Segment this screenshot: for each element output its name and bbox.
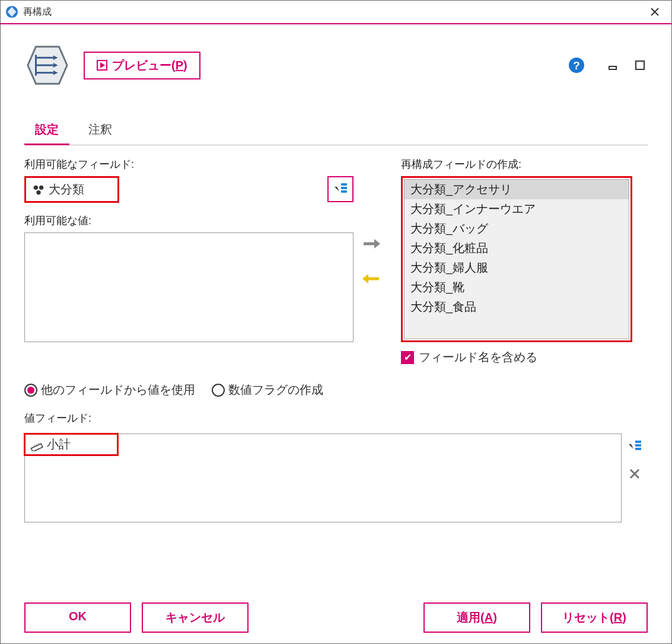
- create-restructure-fields-label: 再構成フィールドの作成:: [401, 157, 632, 171]
- svg-rect-22: [341, 183, 347, 186]
- add-field-button[interactable]: [362, 237, 380, 255]
- help-icon[interactable]: ?: [568, 57, 585, 74]
- radio-use-other-field-label: 他のフィールドから値を使用: [41, 382, 195, 398]
- svg-point-18: [34, 185, 38, 189]
- apply-button[interactable]: 適用(A): [423, 602, 530, 633]
- app-icon: [5, 5, 18, 18]
- available-values-label: 利用可能な値:: [24, 213, 353, 228]
- play-icon: [97, 60, 107, 71]
- svg-rect-29: [31, 444, 43, 451]
- field-picker-icon: [626, 438, 643, 455]
- tab-content: 利用可能なフィールド: 大分類: [1, 145, 671, 528]
- arrow-left-icon: [362, 272, 380, 286]
- svg-rect-34: [635, 441, 641, 443]
- cancel-button[interactable]: キャンセル: [142, 602, 249, 633]
- value-field-remove-button[interactable]: [623, 463, 646, 484]
- svg-rect-16: [609, 66, 616, 69]
- tabs: 設定 注釈: [24, 118, 648, 145]
- restructure-dialog: 再構成 プレビュー(P) ? 設定 注釈 利用可能: [0, 0, 672, 644]
- field-picker-button[interactable]: [327, 176, 353, 202]
- include-field-name-checkbox[interactable]: ✔ フィールド名を含める: [401, 349, 632, 365]
- restructure-field-item[interactable]: 大分類_インナーウエア: [405, 199, 629, 219]
- titlebar: 再構成: [1, 1, 671, 24]
- restructure-field-item[interactable]: 大分類_婦人服: [405, 258, 629, 278]
- svg-point-20: [36, 190, 40, 194]
- restructure-node-icon: [24, 42, 71, 88]
- svg-rect-17: [636, 61, 644, 69]
- restructure-fields-list[interactable]: 大分類_アクセサリ大分類_インナーウエア大分類_バッグ大分類_化粧品大分類_婦人…: [401, 176, 632, 342]
- close-button[interactable]: [643, 0, 667, 24]
- field-picker-icon: [332, 181, 349, 197]
- svg-marker-26: [374, 239, 380, 248]
- svg-point-19: [39, 185, 43, 189]
- value-field-label: 値フィールド:: [24, 411, 648, 425]
- checkmark-icon: ✔: [401, 351, 414, 364]
- svg-marker-21: [335, 187, 339, 192]
- maximize-icon[interactable]: [632, 58, 648, 73]
- svg-marker-28: [362, 274, 368, 283]
- reset-button[interactable]: リセット(R): [541, 602, 648, 633]
- svg-rect-35: [635, 444, 641, 447]
- available-field-value: 大分類: [49, 181, 84, 197]
- tab-settings[interactable]: 設定: [24, 118, 69, 145]
- restructure-field-item[interactable]: 大分類_アクセサリ: [405, 180, 629, 199]
- preview-label: プレビュー(P): [112, 58, 187, 74]
- available-values-list[interactable]: [24, 232, 353, 342]
- arrow-right-icon: [362, 237, 380, 251]
- radio-numeric-flag-label: 数値フラグの作成: [228, 382, 323, 398]
- remove-field-button[interactable]: [362, 272, 380, 290]
- radio-numeric-flag[interactable]: [212, 384, 225, 397]
- value-field-item[interactable]: 小計: [24, 433, 119, 456]
- value-field-value: 小計: [47, 436, 71, 452]
- svg-marker-33: [629, 444, 633, 449]
- restructure-field-item[interactable]: 大分類_化粧品: [405, 238, 629, 258]
- close-icon: [650, 7, 660, 17]
- button-bar: OK キャンセル 適用(A) リセット(R): [1, 602, 671, 633]
- nominal-type-icon: [32, 183, 45, 196]
- radio-use-other-field[interactable]: [24, 384, 37, 397]
- toolbar: プレビュー(P) ?: [1, 24, 671, 94]
- ok-button[interactable]: OK: [24, 602, 131, 633]
- svg-rect-36: [635, 448, 641, 450]
- remove-x-icon: [629, 468, 641, 480]
- restructure-field-item[interactable]: 大分類_食品: [405, 297, 629, 317]
- svg-marker-13: [100, 62, 105, 68]
- restructure-field-item[interactable]: 大分類_靴: [405, 278, 629, 297]
- available-field-select[interactable]: 大分類: [24, 176, 119, 203]
- svg-rect-24: [341, 190, 347, 193]
- value-field-picker-button[interactable]: [623, 436, 646, 457]
- continuous-type-icon: [30, 438, 43, 451]
- svg-text:?: ?: [573, 59, 580, 72]
- include-field-name-label: フィールド名を含める: [419, 349, 537, 365]
- tab-annotation[interactable]: 注釈: [78, 118, 123, 145]
- restructure-field-item[interactable]: 大分類_バッグ: [405, 219, 629, 238]
- minimize-icon[interactable]: [605, 58, 620, 73]
- available-fields-label: 利用可能なフィールド:: [24, 157, 353, 171]
- window-title: 再構成: [23, 6, 643, 18]
- preview-button[interactable]: プレビュー(P): [84, 52, 200, 79]
- value-field-list[interactable]: 小計: [24, 433, 622, 522]
- svg-rect-23: [341, 187, 347, 189]
